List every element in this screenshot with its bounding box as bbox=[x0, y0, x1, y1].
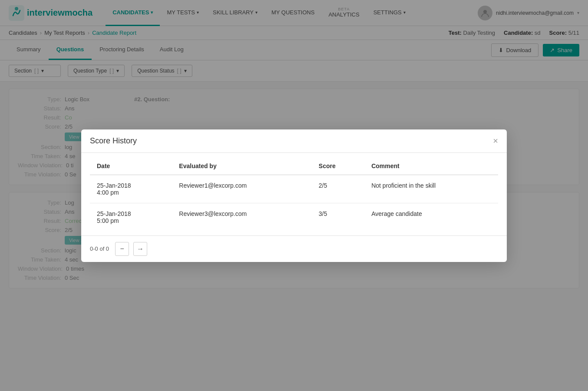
table-row: 25-Jan-2018 4:00 pm Reviewer1@lexcorp.co… bbox=[90, 175, 498, 203]
score-history-modal: Score History × Date Evaluated by Score … bbox=[81, 129, 507, 262]
modal-title: Score History bbox=[90, 136, 137, 146]
table-row: 25-Jan-2018 5:00 pm Reviewer3@lexcorp.co… bbox=[90, 203, 498, 231]
modal-footer: 0-0 of 0 − → bbox=[81, 235, 507, 262]
cell-score-2: 3/5 bbox=[312, 203, 364, 231]
pagination-prev-button[interactable]: − bbox=[115, 242, 129, 256]
modal-close-button[interactable]: × bbox=[493, 136, 498, 145]
cell-date-1: 25-Jan-2018 4:00 pm bbox=[90, 175, 172, 203]
modal-body: Date Evaluated by Score Comment 25-Jan-2… bbox=[81, 153, 507, 235]
col-evaluated-by: Evaluated by bbox=[172, 157, 311, 175]
table-header-row: Date Evaluated by Score Comment bbox=[90, 157, 498, 175]
pagination-next-button[interactable]: → bbox=[133, 242, 147, 256]
modal-overlay[interactable]: Score History × Date Evaluated by Score … bbox=[0, 0, 588, 295]
cell-comment-1: Not proficient in the skill bbox=[364, 175, 498, 203]
col-comment: Comment bbox=[364, 157, 498, 175]
col-score: Score bbox=[312, 157, 364, 175]
cell-reviewer-1: Reviewer1@lexcorp.com bbox=[172, 175, 311, 203]
col-date: Date bbox=[90, 157, 172, 175]
score-history-table: Date Evaluated by Score Comment 25-Jan-2… bbox=[90, 157, 498, 231]
pagination-info: 0-0 of 0 bbox=[90, 245, 109, 252]
cell-reviewer-2: Reviewer3@lexcorp.com bbox=[172, 203, 311, 231]
cell-date-2: 25-Jan-2018 5:00 pm bbox=[90, 203, 172, 231]
cell-comment-2: Average candidate bbox=[364, 203, 498, 231]
cell-score-1: 2/5 bbox=[312, 175, 364, 203]
modal-header: Score History × bbox=[81, 129, 507, 153]
